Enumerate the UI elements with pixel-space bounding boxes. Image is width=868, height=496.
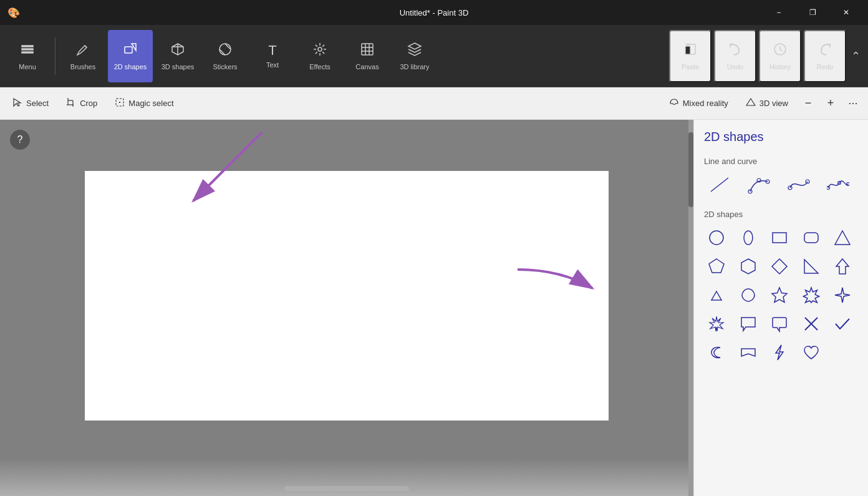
undo-icon <box>728 42 743 59</box>
horizontal-scrollbar[interactable] <box>284 486 409 491</box>
svg-rect-1 <box>22 49 33 50</box>
svg-marker-43 <box>836 259 849 274</box>
svg-rect-8 <box>362 44 373 55</box>
3dlibrary-icon <box>407 42 422 59</box>
shape-crescent[interactable] <box>704 340 729 365</box>
svg-point-34 <box>710 231 723 245</box>
svg-marker-40 <box>741 259 755 274</box>
shape-speech-rect[interactable] <box>736 311 761 336</box>
canvas-area: ? <box>0 120 693 496</box>
shape-leaf[interactable] <box>736 283 761 308</box>
toolbar-redo-label: Redo <box>817 63 833 71</box>
shape-banner[interactable] <box>736 340 761 365</box>
vertical-scrollbar[interactable] <box>688 120 693 496</box>
history-icon <box>773 42 788 59</box>
sub-crop[interactable]: Crop <box>59 94 105 114</box>
shape-star6[interactable] <box>799 283 824 308</box>
shape-lightning[interactable] <box>767 340 792 365</box>
shape-curve3[interactable] <box>822 172 854 197</box>
svg-rect-36 <box>773 233 786 243</box>
shape-oval[interactable] <box>736 225 761 250</box>
svg-marker-38 <box>835 231 850 245</box>
sub-select[interactable]: Select <box>5 94 56 114</box>
toolbar-3dshapes[interactable]: 3D shapes <box>155 30 200 82</box>
toolbar-text[interactable]: T Text <box>250 30 295 82</box>
sub-mixedreality[interactable]: Mixed reality <box>662 94 736 114</box>
toolbar-effects[interactable]: Effects <box>297 30 342 82</box>
zoom-minus-button[interactable]: − <box>798 94 818 114</box>
select-icon <box>12 97 22 110</box>
sub-3dview-label: 3D view <box>760 99 788 108</box>
svg-rect-2 <box>22 52 33 53</box>
svg-rect-37 <box>804 233 818 243</box>
toolbar-3dshapes-label: 3D shapes <box>162 63 195 71</box>
shape-diamond[interactable] <box>767 254 792 279</box>
shape-heart[interactable] <box>799 340 824 365</box>
toolbar-brushes[interactable]: Brushes <box>60 30 105 82</box>
toolbar-undo[interactable]: Undo <box>714 30 756 82</box>
window-controls: − ❐ ✕ <box>764 3 861 22</box>
shape-star4[interactable] <box>830 283 855 308</box>
right-panel: 2D shapes Line and curve <box>693 120 868 496</box>
shape-pentagon[interactable] <box>704 254 729 279</box>
shape-speech-round[interactable] <box>767 311 792 336</box>
toolbar-expand-icon[interactable]: ⌃ <box>849 47 863 66</box>
3dshapes-icon <box>170 42 185 59</box>
more-options-button[interactable]: ··· <box>843 94 863 114</box>
sub-magicselect-label: Magic select <box>128 99 173 108</box>
stickers-icon <box>218 42 233 59</box>
sub-toolbar: Select Crop Magic select <box>0 87 868 120</box>
shape-starburst[interactable] <box>704 311 729 336</box>
line-section-title: Line and curve <box>704 157 858 166</box>
minimize-button[interactable]: − <box>764 3 793 22</box>
zoom-plus-button[interactable]: + <box>821 94 841 114</box>
toolbar-canvas[interactable]: Canvas <box>345 30 390 82</box>
sub-3dview[interactable]: 3D view <box>738 94 796 114</box>
toolbar-brushes-label: Brushes <box>70 63 95 71</box>
shape-hexagon[interactable] <box>736 254 761 279</box>
shape-right-triangle[interactable] <box>799 254 824 279</box>
sub-select-label: Select <box>26 99 49 108</box>
shape-arrow-up[interactable] <box>830 254 855 279</box>
shape-checkmark[interactable] <box>830 311 855 336</box>
svg-marker-48 <box>710 316 723 331</box>
close-button[interactable]: ✕ <box>832 3 861 22</box>
shapes-grid <box>704 225 858 365</box>
svg-marker-45 <box>772 288 787 303</box>
toolbar-undo-label: Undo <box>727 63 743 71</box>
svg-marker-39 <box>709 259 724 273</box>
shape-rounded-rect[interactable] <box>799 225 824 250</box>
svg-marker-22 <box>746 99 755 105</box>
toolbar-history-label: History <box>769 63 791 71</box>
toolbar-menu[interactable]: Menu <box>5 30 50 82</box>
shape-line[interactable] <box>704 172 735 197</box>
shape-small-triangle[interactable] <box>704 283 729 308</box>
toolbar-stickers[interactable]: Stickers <box>203 30 248 82</box>
toolbar-2dshapes[interactable]: 2D shapes <box>108 30 153 82</box>
toolbar-divider-1 <box>55 37 55 75</box>
toolbar-text-label: Text <box>266 61 279 69</box>
shape-star5[interactable] <box>767 283 792 308</box>
shape-curve1[interactable] <box>743 172 774 197</box>
toolbar-redo[interactable]: Redo <box>804 30 846 82</box>
canvas-icon <box>360 42 375 59</box>
toolbar-3dlibrary[interactable]: 3D library <box>392 30 437 82</box>
shape-circle[interactable] <box>704 225 729 250</box>
shape-curve2[interactable] <box>783 172 814 197</box>
maximize-button[interactable]: ❐ <box>798 3 827 22</box>
crop-icon <box>66 97 76 110</box>
toolbar-history[interactable]: History <box>759 30 801 82</box>
shape-x-mark[interactable] <box>799 311 824 336</box>
svg-marker-42 <box>804 260 818 273</box>
shape-triangle[interactable] <box>830 225 855 250</box>
svg-marker-41 <box>772 259 787 274</box>
sub-magicselect[interactable]: Magic select <box>107 94 181 114</box>
help-button[interactable]: ? <box>10 130 30 150</box>
svg-point-7 <box>318 47 322 51</box>
shape-rectangle[interactable] <box>767 225 792 250</box>
menu-icon <box>20 42 35 59</box>
toolbar-paste[interactable]: Paste <box>669 30 711 82</box>
svg-line-3 <box>85 46 87 47</box>
svg-marker-46 <box>803 288 819 303</box>
drawing-canvas[interactable] <box>85 171 609 421</box>
